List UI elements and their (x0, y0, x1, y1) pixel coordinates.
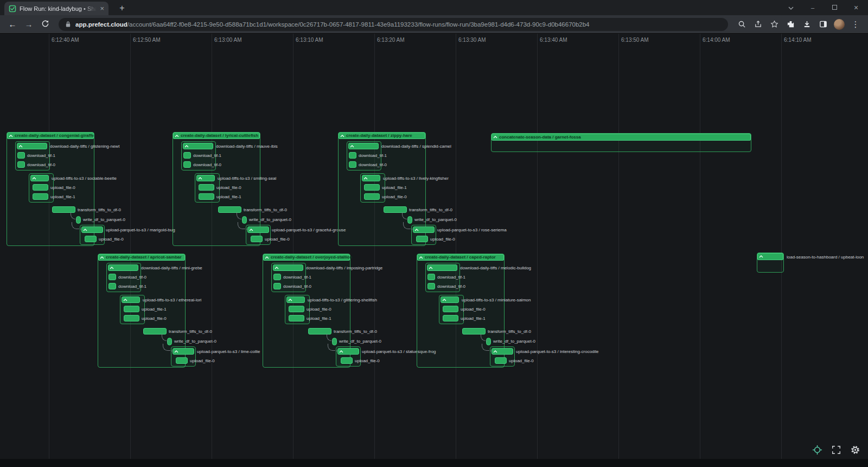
task-run-group: load-season-to-hashboard / upbeat-loon (757, 253, 784, 273)
subgroup-header-bar[interactable] (183, 143, 213, 149)
browser-menu-icon[interactable]: ⋮ (848, 17, 863, 31)
close-window-button[interactable]: × (845, 0, 867, 15)
subgroup-header-bar[interactable] (362, 175, 380, 181)
group-header-bar[interactable]: create-daily-dataset / caped-raptor (417, 254, 504, 261)
fullscreen-button[interactable] (831, 444, 841, 455)
subgroup-header-bar[interactable] (337, 348, 359, 355)
task-subgroup: upload-tiffs-to-s3 / miniature-salmonupl… (439, 295, 464, 324)
subgroup-label: upload-tiffs-to-s3 / miniature-salmon (462, 298, 531, 302)
task-label: write_df_to_parquet-0 (493, 339, 535, 344)
back-button[interactable]: ← (5, 20, 20, 29)
task-bar[interactable] (17, 152, 25, 159)
extensions-puzzle-icon[interactable] (783, 17, 797, 31)
group-header-bar[interactable]: concatenate-season-data / garnet-fossa (492, 134, 751, 141)
zoom-page-icon[interactable] (735, 17, 749, 31)
task-bar[interactable] (273, 283, 281, 289)
subgroup-header-bar[interactable] (441, 296, 459, 303)
tab-close-icon[interactable]: × (100, 5, 104, 12)
task-bar[interactable] (85, 236, 97, 242)
subgroup-header-bar[interactable] (17, 143, 47, 149)
tab-search-chevron-icon[interactable] (780, 0, 802, 15)
subgroup-header-bar[interactable] (173, 348, 194, 355)
group-header-bar[interactable]: create-daily-dataset / zippy-hare (339, 132, 425, 139)
task-label: download_tif-0 (193, 163, 221, 167)
task-bar[interactable] (273, 274, 281, 280)
subgroup-header-bar[interactable] (273, 264, 303, 271)
group-label: create-daily-dataset / congenial-giraffe (15, 134, 94, 138)
task-subgroup: upload-parquet-to-s3 / lime-collieupload… (171, 346, 196, 367)
task-bar[interactable] (495, 357, 507, 364)
reload-button[interactable] (38, 20, 52, 29)
axis-tick-label: 6:13:20 AM (377, 37, 405, 43)
task-bar[interactable] (108, 274, 116, 280)
subgroup-header-bar[interactable] (413, 226, 435, 233)
url-bar[interactable]: app.prefect.cloud/account/6aa64ff2-f0e8-… (59, 18, 728, 31)
task-subgroup: download-daily-tiffs / glistening-newtdo… (15, 141, 50, 171)
task-bar[interactable] (349, 161, 356, 168)
chevron-up-icon (198, 177, 202, 180)
task-bar[interactable] (443, 315, 458, 321)
minimize-button[interactable]: – (802, 0, 824, 15)
locate-crosshair-button[interactable] (812, 444, 822, 455)
dependency-connector (238, 222, 245, 229)
task-bar[interactable] (251, 236, 263, 242)
group-header-bar[interactable]: create-daily-dataset / apricot-sambar (98, 254, 185, 261)
task-subgroup: upload-parquet-to-s3 / marigold-buguploa… (80, 225, 105, 245)
profile-avatar[interactable] (832, 17, 846, 31)
axis-tick-label: 6:14:10 AM (784, 37, 812, 43)
subgroup-header-bar[interactable] (286, 296, 305, 303)
task-bar[interactable] (183, 152, 191, 159)
task-bar[interactable] (183, 161, 191, 168)
task-bar[interactable] (124, 306, 139, 312)
subgroup-header-bar[interactable] (492, 348, 513, 355)
settings-gear-button[interactable] (850, 444, 860, 455)
task-bar[interactable] (108, 283, 116, 289)
task-bar[interactable] (364, 184, 380, 191)
subgroup-header-bar[interactable] (81, 226, 103, 233)
task-bar[interactable] (289, 315, 304, 321)
task-bar[interactable] (199, 193, 214, 200)
task-bar[interactable] (349, 152, 356, 159)
subgroup-header-bar[interactable] (30, 175, 49, 181)
subgroup-header-bar[interactable] (122, 296, 140, 303)
tab-title: Flow Run: kind-ladybug • Shand (20, 5, 97, 12)
task-bar[interactable] (364, 193, 380, 200)
task-bar[interactable] (124, 315, 139, 321)
task-label: upload_file-0 (307, 307, 331, 312)
task-bar[interactable] (341, 357, 353, 364)
task-bar[interactable] (427, 283, 435, 289)
group-header-bar[interactable] (757, 253, 783, 260)
new-tab-button[interactable]: + (116, 2, 128, 14)
task-bar[interactable] (416, 236, 428, 242)
forward-button[interactable]: → (22, 20, 36, 29)
subgroup-header-bar[interactable] (108, 264, 138, 271)
prefect-favicon-icon (9, 5, 16, 12)
task-label: download_tif-1 (27, 154, 55, 158)
group-header-bar[interactable]: create-daily-dataset / overjoyed-stallio… (263, 254, 350, 261)
task-label: transform_tiffs_to_df-0 (334, 330, 377, 334)
subgroup-header-bar[interactable] (427, 264, 457, 271)
task-bar[interactable] (33, 193, 48, 200)
task-bar[interactable] (33, 184, 48, 191)
subgroup-header-bar[interactable] (247, 226, 269, 233)
share-icon[interactable] (751, 17, 765, 31)
task-bar[interactable] (17, 161, 25, 168)
maximize-button[interactable] (824, 0, 845, 15)
subgroup-header-bar[interactable] (196, 175, 215, 181)
task-bar[interactable] (443, 306, 458, 312)
task-bar[interactable] (289, 306, 304, 312)
task-bar[interactable] (427, 274, 435, 280)
side-panel-icon[interactable] (816, 17, 830, 31)
task-bar[interactable] (176, 357, 188, 364)
subgroup-header-bar[interactable] (348, 143, 379, 149)
task-subgroup: upload-parquet-to-s3 / rose-seriemauploa… (411, 225, 436, 245)
group-header-bar[interactable]: create-daily-dataset / lyrical-cuttlefis… (173, 132, 260, 139)
subgroup-label: upload-parquet-to-s3 / lime-collie (197, 350, 260, 354)
task-label: download_tif-1 (118, 285, 146, 289)
browser-tab[interactable]: Flow Run: kind-ladybug • Shand × (4, 2, 108, 15)
group-header-bar[interactable]: create-daily-dataset / congenial-giraffe (7, 132, 94, 139)
task-subgroup: download-daily-tiffs / mauve-ibisdownloa… (181, 141, 216, 171)
bookmark-star-icon[interactable] (767, 17, 781, 31)
download-icon[interactable] (800, 17, 814, 31)
task-bar[interactable] (199, 184, 214, 191)
